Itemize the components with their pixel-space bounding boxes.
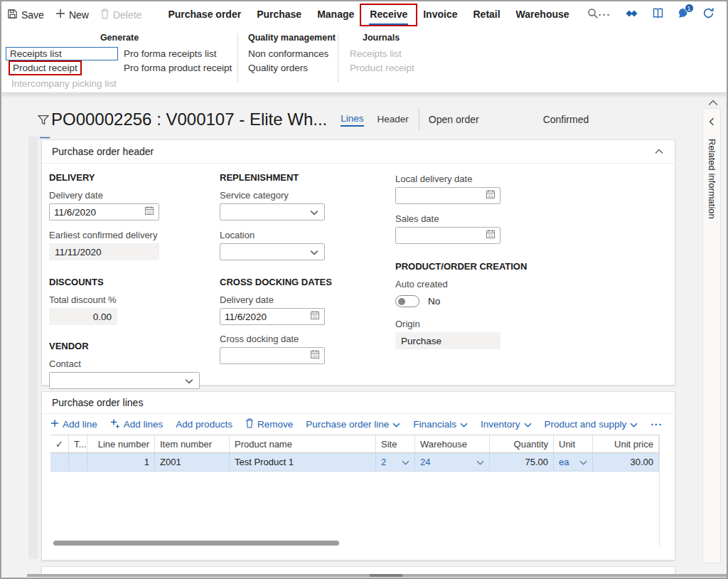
col-header-unit-price[interactable]: Unit price [593,435,659,452]
tab-warehouse[interactable]: Warehouse [508,1,577,28]
row-line-number[interactable]: 1 [87,453,155,471]
view-tab-header[interactable]: Header [378,114,409,126]
col-header-item-number[interactable]: Item number [155,435,230,452]
new-button[interactable]: New [55,9,89,21]
contact-select[interactable] [49,372,200,389]
vertical-scrollbar[interactable] [28,137,38,559]
filter-funnel-icon[interactable] [37,114,50,126]
service-category-select[interactable] [220,203,325,221]
financials-menu[interactable]: Financials [413,419,468,430]
cross-delivery-date-input[interactable] [225,312,310,322]
row-item-number-link[interactable]: Z001 [155,453,230,471]
collapse-section-icon[interactable] [655,149,663,154]
tab-invoice[interactable]: Invoice [415,1,465,28]
row-site-select[interactable]: 2 [376,453,415,471]
calendar-icon[interactable] [310,310,320,323]
warehouse-value: 24 [420,457,430,467]
tab-purchase-order[interactable]: Purchase order [160,1,249,28]
tab-retail[interactable]: Retail [465,1,508,28]
menu-item-pro-forma-product-receipt[interactable]: Pro forma product receipt [124,61,232,75]
col-header-warehouse[interactable]: Warehouse [415,435,490,452]
save-button[interactable]: Save [7,9,44,21]
service-category-label: Service category [220,190,380,201]
po-lines-section-head[interactable]: Purchase order lines [42,392,675,414]
collapse-action-pane-button[interactable] [708,96,718,109]
toolbar-more-button[interactable]: ··· [651,419,663,430]
inventory-menu[interactable]: Inventory [481,419,532,430]
row-quantity[interactable]: 75.00 [490,453,554,471]
auto-created-toggle[interactable] [395,295,419,307]
menu-item-pro-forma-receipts-list[interactable]: Pro forma receipts list [124,47,232,61]
product-and-supply-menu[interactable]: Product and supply [545,419,638,430]
menu-item-non-conformances[interactable]: Non conformances [248,47,338,61]
messages-button[interactable]: 1 [678,8,689,21]
cross-docking-date-field[interactable] [220,347,325,364]
menu-item-product-receipt[interactable]: Product receipt [9,60,82,75]
section-title: Purchase order header [52,146,154,157]
remove-button[interactable]: Remove [245,418,293,430]
save-label: Save [21,9,44,21]
window-scrollbar-thumb[interactable] [370,574,402,577]
calendar-icon[interactable] [310,349,320,362]
chevron-down-icon [402,457,410,467]
col-header-site[interactable]: Site [376,435,415,452]
delivery-date-input[interactable] [54,207,144,218]
select-all-checkmark[interactable]: ✓ [50,435,69,452]
col-header-line-number[interactable]: Line number [87,435,155,452]
grid-horizontal-scrollbar[interactable] [53,541,339,546]
tab-purchase[interactable]: Purchase [249,1,309,28]
row-type-cell[interactable] [69,453,87,471]
view-tab-lines[interactable]: Lines [341,113,363,127]
more-commands-button[interactable]: ··· [599,9,611,21]
tab-receive[interactable]: Receive [362,1,415,28]
col-header-product-name[interactable]: Product name [230,435,376,452]
row-unit-select[interactable]: ea [554,453,593,471]
menu-item-intercompany-picking-list: Intercompany picking list [11,77,119,91]
menu-item-receipts-list[interactable]: Receipts list [6,47,118,60]
col-header-quantity[interactable]: Quantity [490,435,554,452]
window-horizontal-scrollbar[interactable] [27,574,727,577]
cross-docking-date-input[interactable] [225,351,310,361]
section-title: Purchase order lines [52,397,143,408]
unit-value: ea [559,457,569,467]
row-unit-price[interactable]: 30.00 [593,453,659,471]
tab-manage[interactable]: Manage [309,1,362,28]
po-header-section-head[interactable]: Purchase order header [42,140,675,164]
add-line-label: Add line [63,419,97,430]
add-products-button[interactable]: Add products [176,419,232,430]
expand-panel-button[interactable] [709,117,714,126]
col-header-type[interactable]: T... [69,435,87,452]
cross-delivery-date-label: Delivery date [220,294,380,305]
cross-delivery-date-field[interactable] [220,308,325,325]
search-button[interactable] [587,8,599,22]
row-product-name[interactable]: Test Product 1 [230,453,376,471]
row-warehouse-select[interactable]: 24 [415,453,490,471]
sales-date-input[interactable] [400,230,486,241]
help-guide-button[interactable] [652,8,664,21]
sales-date-field[interactable] [395,227,500,244]
toggle-knob [398,298,405,305]
origin-value: Purchase [395,332,500,349]
trash-icon [245,418,254,430]
local-delivery-date-field[interactable] [395,187,500,204]
location-select[interactable] [220,243,325,260]
grid-row-selected[interactable]: 1 Z001 Test Product 1 2 24 75.00 ea [50,453,659,472]
delivery-date-field[interactable] [49,203,159,221]
cmdbar-right-icons: ··· 1 × [599,7,728,22]
calendar-icon[interactable] [486,229,496,242]
command-bar: Save New Delete Purchase order Purchase … [1,1,727,28]
calendar-icon[interactable] [144,206,154,218]
earliest-confirmed-value: 11/11/2020 [49,243,159,260]
refresh-button[interactable] [702,7,714,22]
menu-item-quality-orders[interactable]: Quality orders [248,61,338,75]
purchase-order-line-label: Purchase order line [306,419,389,430]
shortcuts-button[interactable] [625,9,638,21]
col-header-unit[interactable]: Unit [554,435,593,452]
row-checkbox-cell[interactable] [50,453,69,471]
local-delivery-date-input[interactable] [400,191,486,201]
add-line-button[interactable]: Add line [50,419,97,430]
purchase-order-line-menu[interactable]: Purchase order line [306,419,400,430]
remove-label: Remove [257,419,293,430]
calendar-icon[interactable] [486,189,496,202]
add-lines-button[interactable]: Add lines [110,419,164,430]
